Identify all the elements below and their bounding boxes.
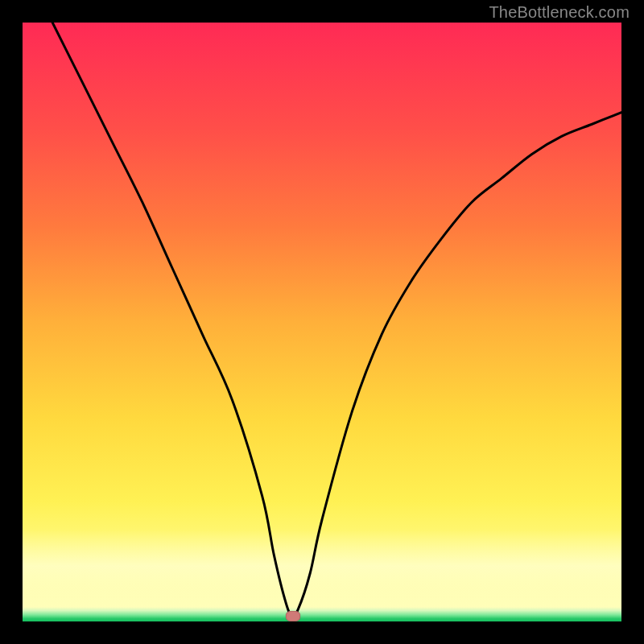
bottleneck-curve	[23, 23, 621, 621]
watermark-label: TheBottleneck.com	[489, 3, 630, 22]
optimal-point-marker	[286, 611, 300, 621]
canvas-root: TheBottleneck.com	[0, 0, 644, 644]
plot-area	[23, 23, 621, 621]
